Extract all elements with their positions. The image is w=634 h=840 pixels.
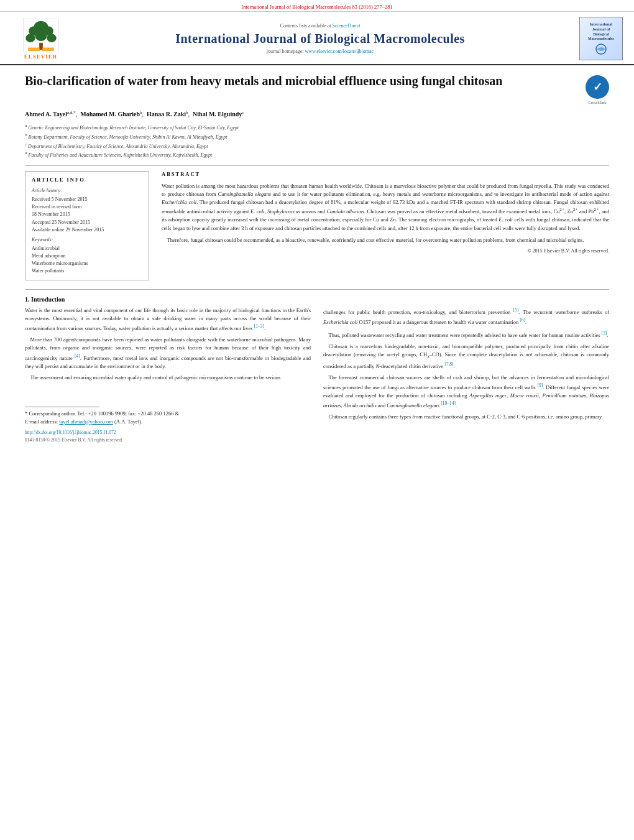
article-title: Bio-clarification of water from heavy me… (25, 73, 579, 89)
bio-macro-logo-icon (592, 43, 610, 55)
body-p1: Water is the most essential and vital co… (25, 307, 311, 333)
ref-7-8: [7,8] (444, 361, 453, 367)
article-info-abstract-row: ARTICLE INFO Article history: Received 5… (25, 171, 609, 280)
author-3-sup: b (186, 110, 188, 115)
abstract-para-1: Water pollution is among the most hazard… (162, 182, 609, 233)
abstract-column: ABSTRACT Water pollution is among the mo… (162, 171, 609, 280)
page-footer: http://dx.doi.org/10.1016/j.ijbiomac.201… (25, 429, 311, 443)
contents-line: Contents lists available at ScienceDirec… (70, 23, 570, 29)
ref-3b: [3] (602, 330, 607, 336)
author-2-sup: b (140, 110, 142, 115)
journal-citation-bar: International Journal of Biological Macr… (0, 0, 634, 12)
journal-homepage: journal homepage: www.elsevier.com/locat… (70, 48, 570, 54)
sciencedirect-link[interactable]: ScienceDirect (333, 23, 361, 29)
bio-macro-line1: InternationalJournal of (590, 22, 613, 32)
doi-link: http://dx.doi.org/10.1016/j.ijbiomac.201… (25, 429, 311, 436)
copyright-line: © 2015 Elsevier B.V. All rights reserved… (162, 248, 609, 254)
keyword-4: Water pollutants (32, 267, 142, 275)
body-p3: The assessment and ensuring microbial wa… (25, 374, 311, 382)
journal-header: ELSEVIER Contents lists available at Sci… (0, 12, 634, 65)
affiliations: a Genetic Engineering and Biotechnology … (25, 122, 609, 159)
footnote-divider (25, 407, 99, 407)
keyword-2: Metal adsorption (32, 252, 142, 260)
received-revised-date: 18 November 2015 (32, 211, 142, 218)
accepted-date: Accepted 25 November 2015 (32, 219, 142, 226)
affil-c: c Department of Biochemistry, Faculty of… (25, 141, 609, 150)
bio-macro-line2: BiologicalMacromolecules (588, 32, 614, 42)
body-section: 1. Introduction Water is the most essent… (25, 289, 609, 443)
available-date: Available online 29 November 2015 (32, 226, 142, 233)
abstract-title: ABSTRACT (162, 171, 609, 177)
section-1-heading: 1. Introduction (25, 296, 609, 303)
elsevier-logo: ELSEVIER (11, 18, 70, 60)
ref-9: [9] (537, 382, 543, 388)
keywords-section: Keywords: Antimicrobial Metal adsorption… (32, 237, 142, 275)
crossmark-label: CrossMark (586, 100, 609, 104)
body-p6: Chitosan is a marvelous biodegradable, n… (323, 343, 609, 371)
ref-6: [6] (520, 317, 525, 323)
received-revised-label: Received in revised form (32, 203, 142, 210)
article-title-section: Bio-clarification of water from heavy me… (25, 73, 609, 104)
author-1-sup: a,d,* (67, 110, 76, 115)
author-2: Mohamed M. Gharieb (80, 111, 140, 118)
body-col-1: Water is the most essential and vital co… (25, 307, 311, 443)
article-info-title: ARTICLE INFO (32, 177, 142, 183)
author-1: Ahmed A. Tayel (25, 111, 67, 118)
email-footnote: E-mail address: tayel.ahmad@yahoo.com (A… (25, 418, 311, 426)
body-p5: Thus, polluted wastewater recycling and … (323, 330, 609, 339)
author-3: Hanaa R. Zaki (147, 111, 186, 118)
abstract-para-2: Therefore, fungal chitosan could be reco… (162, 236, 609, 244)
divider-1 (25, 165, 609, 166)
author-4-sup: c (242, 110, 244, 115)
author-4: Nihal M. Elguindy (193, 111, 242, 118)
ref-4: [4] (75, 353, 80, 359)
journal-homepage-link[interactable]: www.elsevier.com/locate/ijbiomac (305, 48, 374, 54)
ref-10-14: [10–14] (441, 400, 456, 406)
article-info-box: ARTICLE INFO Article history: Received 5… (25, 171, 149, 280)
elsevier-label: ELSEVIER (24, 53, 58, 60)
journal-title-center: Contents lists available at ScienceDirec… (70, 23, 570, 54)
received-date: Received 5 November 2015 (32, 196, 142, 203)
issn-line: 0141-8130/© 2015 Elsevier B.V. All right… (25, 436, 311, 443)
corresponding-footnote: * Corresponding author. Tel.: +20 100196… (25, 410, 311, 418)
svg-point-5 (35, 30, 47, 40)
body-p2: More than 700 agent/compounds have been … (25, 336, 311, 371)
crossmark-badge: ✓ CrossMark (586, 75, 609, 104)
body-col-2: challenges for public health protection,… (323, 307, 609, 443)
email-link[interactable]: tayel.ahmad@yahoo.com (59, 418, 113, 425)
article-info-column: ARTICLE INFO Article history: Received 5… (25, 171, 149, 280)
journal-logo-right: InternationalJournal of BiologicalMacrom… (570, 17, 623, 60)
body-p4: challenges for public health protection,… (323, 307, 609, 326)
body-p7: The foremost commercial chitosan sources… (323, 374, 609, 410)
svg-rect-9 (42, 47, 53, 51)
affil-b: b Botany Department, Faculty of Science,… (25, 132, 609, 141)
keyword-3: Waterborne microorganisms (32, 260, 142, 267)
page: International Journal of Biological Macr… (0, 0, 634, 840)
bio-macro-badge: InternationalJournal of BiologicalMacrom… (579, 17, 623, 60)
svg-point-6 (47, 34, 56, 42)
svg-rect-8 (28, 47, 40, 51)
authors-line: Ahmed A. Tayela,d,*, Mohamed M. Ghariebb… (25, 109, 609, 119)
abstract-text: Water pollution is among the most hazard… (162, 182, 609, 244)
affil-d: d Faculty of Fisheries and Aquaculture S… (25, 150, 609, 159)
body-p8: Chitosan regularly contains three types … (323, 413, 609, 421)
article-content: Bio-clarification of water from heavy me… (0, 65, 634, 450)
ref-1-3: [1–3] (254, 323, 264, 329)
journal-main-title: International Journal of Biological Macr… (70, 31, 570, 46)
elsevier-logo-container: ELSEVIER (11, 18, 70, 60)
keywords-label: Keywords: (32, 237, 142, 242)
footnote-area: * Corresponding author. Tel.: +20 100196… (25, 407, 311, 426)
elsevier-tree-icon (22, 18, 60, 52)
body-two-col: Water is the most essential and vital co… (25, 307, 609, 443)
ref-5: [5] (513, 307, 519, 313)
keyword-1: Antimicrobial (32, 245, 142, 252)
affil-a: a Genetic Engineering and Biotechnology … (25, 122, 609, 132)
crossmark-icon: ✓ (586, 75, 609, 99)
journal-citation-text: International Journal of Biological Macr… (241, 4, 392, 10)
svg-point-4 (25, 34, 35, 42)
history-label: Article history: (32, 188, 142, 193)
